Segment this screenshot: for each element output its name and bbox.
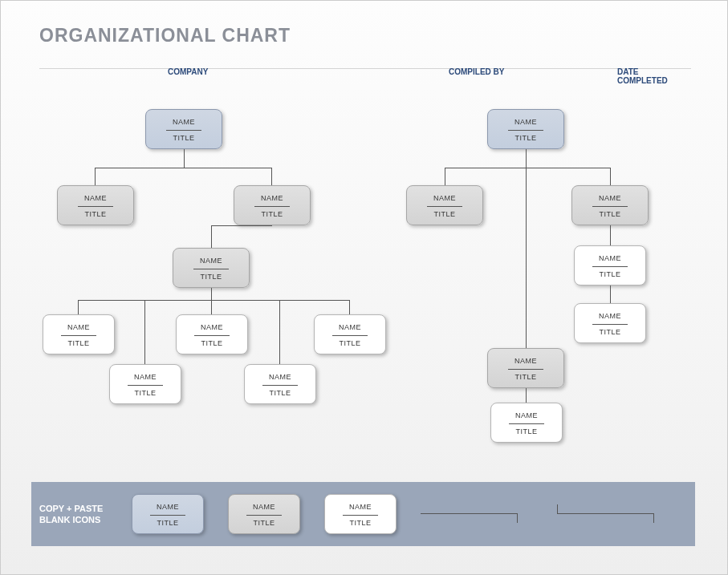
- node-title: TITLE: [488, 134, 563, 142]
- right-mid-node[interactable]: NAME TITLE: [487, 348, 564, 388]
- node-divider: [128, 385, 163, 386]
- node-name: NAME: [58, 194, 133, 202]
- node-name: NAME: [575, 312, 645, 320]
- node-title: TITLE: [488, 373, 563, 381]
- connector: [526, 168, 527, 348]
- node-divider: [332, 335, 368, 336]
- node-title: TITLE: [234, 210, 310, 218]
- connector: [279, 300, 280, 364]
- connector: [526, 388, 527, 403]
- node-name: NAME: [177, 323, 247, 331]
- node-divider: [592, 266, 628, 267]
- node-divider: [427, 206, 462, 207]
- header-company: COMPANY: [168, 67, 208, 76]
- right-leaf-node[interactable]: NAME TITLE: [490, 403, 563, 443]
- palette-node-blue[interactable]: NAME TITLE: [132, 494, 204, 534]
- right-root-node[interactable]: NAME TITLE: [487, 109, 564, 149]
- node-title: TITLE: [177, 339, 247, 347]
- node-name: NAME: [173, 257, 249, 265]
- node-title: TITLE: [575, 328, 645, 336]
- footer-label-l1: COPY + PASTE: [39, 504, 103, 513]
- footer-icons: NAME TITLE NAME TITLE NAME TITLE: [128, 494, 695, 534]
- node-title: TITLE: [325, 519, 396, 527]
- node-name: NAME: [488, 118, 563, 126]
- node-name: NAME: [572, 194, 648, 202]
- node-title: TITLE: [132, 519, 203, 527]
- node-divider: [254, 206, 290, 207]
- footer-palette: COPY + PASTE BLANK ICONS NAME TITLE NAME…: [31, 482, 695, 546]
- connector: [78, 300, 79, 314]
- node-divider: [343, 515, 378, 516]
- right-l3-node-a[interactable]: NAME TITLE: [574, 245, 646, 285]
- node-name: NAME: [43, 323, 114, 331]
- node-divider: [193, 269, 229, 269]
- node-name: NAME: [491, 411, 562, 419]
- node-name: NAME: [229, 503, 299, 511]
- node-name: NAME: [325, 503, 396, 511]
- header-compiled-by: COMPILED BY: [449, 67, 504, 76]
- node-divider: [194, 335, 230, 336]
- node-title: TITLE: [315, 339, 385, 347]
- node-title: TITLE: [575, 270, 645, 278]
- footer-label-l2: BLANK ICONS: [39, 515, 100, 524]
- node-name: NAME: [234, 194, 310, 202]
- node-name: NAME: [110, 373, 181, 381]
- connector: [271, 168, 272, 185]
- palette-connector-a[interactable]: [421, 504, 533, 524]
- connector: [211, 225, 272, 226]
- left-root-node[interactable]: NAME TITLE: [145, 109, 222, 149]
- node-title: TITLE: [146, 134, 222, 142]
- node-title: TITLE: [58, 210, 133, 218]
- connector: [445, 168, 445, 185]
- document-page: ORGANIZATIONAL CHART COMPANY COMPILED BY…: [0, 0, 728, 575]
- connector: [610, 285, 611, 303]
- connector: [445, 168, 610, 168]
- node-divider: [150, 515, 185, 516]
- left-l4-node-d[interactable]: NAME TITLE: [109, 364, 181, 404]
- node-name: NAME: [146, 118, 222, 126]
- right-l2-node-a[interactable]: NAME TITLE: [406, 185, 483, 225]
- connector: [78, 300, 349, 301]
- left-l3-node[interactable]: NAME TITLE: [173, 248, 250, 288]
- connector: [610, 168, 611, 185]
- connector: [349, 300, 350, 314]
- left-l4-node-b[interactable]: NAME TITLE: [176, 314, 248, 354]
- node-title: TITLE: [245, 389, 315, 397]
- page-title: ORGANIZATIONAL CHART: [39, 25, 291, 47]
- right-l3-node-b[interactable]: NAME TITLE: [574, 303, 646, 343]
- palette-connector-b[interactable]: [557, 504, 669, 524]
- connector: [610, 225, 611, 245]
- node-title: TITLE: [407, 210, 482, 218]
- footer-label: COPY + PASTE BLANK ICONS: [31, 503, 128, 526]
- right-l2-node-b[interactable]: NAME TITLE: [571, 185, 649, 225]
- node-title: TITLE: [43, 339, 114, 347]
- header-date-completed: DATE COMPLETED: [617, 67, 691, 85]
- connector: [95, 168, 96, 185]
- connector: [211, 225, 212, 248]
- node-name: NAME: [245, 373, 315, 381]
- node-name: NAME: [315, 323, 385, 331]
- left-l4-node-e[interactable]: NAME TITLE: [244, 364, 316, 404]
- node-title: TITLE: [491, 427, 562, 435]
- node-divider: [262, 385, 298, 386]
- node-name: NAME: [488, 357, 563, 365]
- node-name: NAME: [407, 194, 482, 202]
- connector: [211, 288, 212, 300]
- palette-node-white[interactable]: NAME TITLE: [324, 494, 397, 534]
- left-l4-node-a[interactable]: NAME TITLE: [43, 314, 115, 354]
- node-title: TITLE: [110, 389, 181, 397]
- connector: [95, 168, 271, 168]
- left-l4-node-c[interactable]: NAME TITLE: [314, 314, 386, 354]
- node-divider: [509, 423, 544, 424]
- left-l2-node-a[interactable]: NAME TITLE: [57, 185, 134, 225]
- node-title: TITLE: [229, 519, 299, 527]
- node-divider: [246, 515, 282, 516]
- connector: [144, 300, 145, 364]
- node-divider: [61, 335, 96, 336]
- palette-node-grey[interactable]: NAME TITLE: [228, 494, 300, 534]
- node-name: NAME: [132, 503, 203, 511]
- connector: [184, 149, 185, 168]
- node-divider: [166, 130, 201, 131]
- left-l2-node-b[interactable]: NAME TITLE: [234, 185, 311, 225]
- connector: [211, 300, 212, 314]
